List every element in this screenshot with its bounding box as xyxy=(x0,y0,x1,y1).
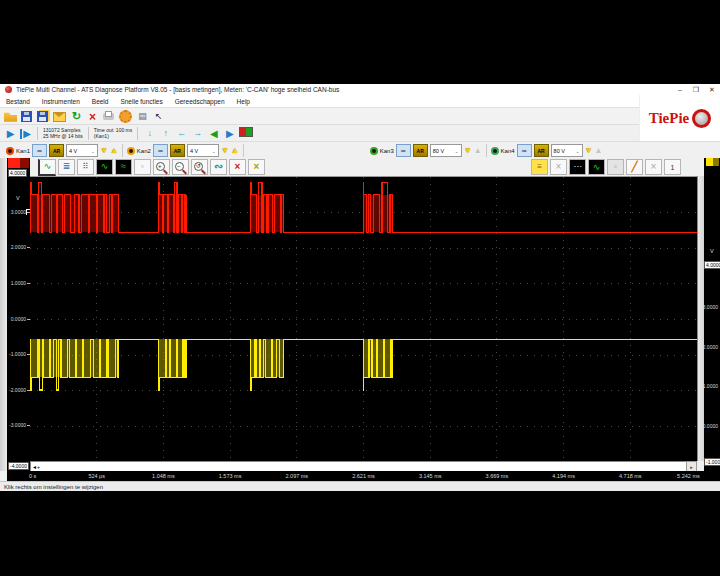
start-oneshot-icon[interactable]: ▶ xyxy=(4,127,17,140)
remove-gray-icon[interactable]: × xyxy=(645,159,662,175)
measure-add-icon[interactable]: × xyxy=(248,159,265,175)
range-value: 80 V xyxy=(433,148,444,154)
left-axis-tick: -3.0000 xyxy=(9,422,26,428)
autorange-button[interactable]: AR xyxy=(170,144,185,157)
measure-remove-icon[interactable]: × xyxy=(229,159,246,175)
start-continuous-icon[interactable]: ▶ xyxy=(19,127,32,140)
separator xyxy=(88,127,89,140)
note-icon[interactable]: ≡ xyxy=(531,159,548,175)
channel1-axis-tab[interactable] xyxy=(8,158,29,168)
refresh-icon[interactable]: ↻ xyxy=(70,110,83,123)
zoom-reset-icon[interactable]: ↺ xyxy=(191,159,208,175)
coupling-button[interactable]: ≂ xyxy=(396,144,411,157)
left-axis-tick: 1.0000 xyxy=(11,280,26,286)
waveform-plot[interactable] xyxy=(30,176,697,462)
save-as-icon[interactable] xyxy=(37,111,48,122)
channel-led-icon[interactable] xyxy=(127,147,135,155)
channel-led-icon[interactable] xyxy=(491,147,499,155)
left-axis-min[interactable]: -4.0000 xyxy=(8,462,29,470)
minimize-button[interactable]: – xyxy=(672,85,688,95)
graph-settings-icon[interactable]: ∿ xyxy=(38,159,56,176)
close-gray-icon[interactable]: × xyxy=(550,159,567,175)
zoom-out-icon[interactable]: − xyxy=(172,159,189,175)
autorange-button[interactable]: AR xyxy=(49,144,64,157)
menu-item-help[interactable]: Help xyxy=(231,98,256,105)
left-axis-max[interactable]: 4.0000 xyxy=(8,169,27,177)
chevron-down-icon: ⌄ xyxy=(212,148,216,154)
email-icon[interactable] xyxy=(53,112,66,122)
autorange-button[interactable]: AR xyxy=(413,144,428,157)
left-axis: 4.0000 V 3.00002.00001.00000.0000-1.0000… xyxy=(7,158,30,471)
panel-blank-icon[interactable]: ▫ xyxy=(134,159,151,175)
left-axis-tick: 3.0000 xyxy=(11,209,26,215)
graph-line-icon[interactable]: ≈ xyxy=(115,159,132,175)
x-axis-tick: 1.048 ms xyxy=(152,473,175,479)
menu-item-bestand[interactable]: Bestand xyxy=(0,98,36,105)
close-button[interactable]: ✕ xyxy=(704,85,720,95)
shift-down-icon[interactable]: ↓ xyxy=(143,127,156,140)
restore-button[interactable]: ❐ xyxy=(688,85,704,95)
x-axis-labels: 0 s524 µs1.048 ms1.573 ms2.097 ms2.621 m… xyxy=(7,471,720,481)
left-axis-tick: -1.0000 xyxy=(9,351,26,357)
right-axis-tick: 2.0000 xyxy=(703,344,718,350)
menu-item-snelle-functies[interactable]: Snelle functies xyxy=(114,98,168,105)
scroll-plus-icon[interactable]: + xyxy=(37,464,40,470)
channel-led-icon[interactable] xyxy=(6,147,14,155)
next-record-icon[interactable]: ▶ xyxy=(223,127,236,140)
right-axis-tick: 0.0000 xyxy=(703,423,718,429)
coupling-button[interactable]: ≂ xyxy=(517,144,532,157)
channel2-axis-tab[interactable] xyxy=(706,158,719,166)
shift-up-icon[interactable]: ↑ xyxy=(159,127,172,140)
print-icon[interactable] xyxy=(103,113,114,120)
trigger-down-icon[interactable]: ▼ xyxy=(585,147,593,155)
status-bar: Klik rechts om instellingen te wijzigen xyxy=(0,481,720,491)
scroll-left-arrow-icon[interactable]: ◂ xyxy=(33,463,36,470)
dots-panel-icon[interactable]: ⋯ xyxy=(569,159,586,175)
panel-gray-icon[interactable]: ▫ xyxy=(607,159,624,175)
menu-item-beeld[interactable]: Beeld xyxy=(86,98,115,105)
timeout-info: Time out: 100 ms (Kan1) xyxy=(94,128,132,139)
delete-icon[interactable]: × xyxy=(86,110,99,123)
right-axis-unit: V xyxy=(710,248,714,254)
window-title: TiePie Multi Channel - ATS Diagnose Plat… xyxy=(16,86,339,93)
tim-panel-icon[interactable]: ▤ xyxy=(136,110,149,123)
prev-record-icon[interactable]: ◀ xyxy=(207,127,220,140)
trigger-down-icon[interactable]: ▼ xyxy=(464,147,472,155)
trigger-down-icon[interactable]: ▼ xyxy=(100,147,108,155)
spline-icon[interactable]: ∾ xyxy=(210,159,227,175)
menu-item-instrumenten[interactable]: Instrumenten xyxy=(36,98,86,105)
trigger-up-icon[interactable]: ▲ xyxy=(231,147,239,155)
coupling-button[interactable]: ≂ xyxy=(32,144,47,157)
trigger-up-icon[interactable]: ▲ xyxy=(474,147,482,155)
graph-dark-icon[interactable]: ∿ xyxy=(96,159,113,175)
horizontal-scrollbar[interactable]: ◂ + ▸ xyxy=(30,461,697,471)
pan-right-icon[interactable]: → xyxy=(191,127,204,140)
autorange-button[interactable]: AR xyxy=(534,144,549,157)
zoom-in-icon[interactable]: + xyxy=(153,159,170,175)
range-select[interactable]: 4 V⌄ xyxy=(66,144,98,157)
pan-left-icon[interactable]: ← xyxy=(175,127,188,140)
grid-icon[interactable]: ⠿ xyxy=(77,159,94,175)
right-axis-max[interactable]: 4.0000 xyxy=(704,261,720,269)
trigger-up-icon[interactable]: ▲ xyxy=(110,147,118,155)
range-select[interactable]: 4 V⌄ xyxy=(187,144,219,157)
channel-led-icon[interactable] xyxy=(370,147,378,155)
separator xyxy=(137,127,138,140)
start-stop-icon[interactable] xyxy=(239,127,253,137)
save-icon[interactable] xyxy=(21,111,32,122)
open-folder-icon[interactable] xyxy=(4,110,17,123)
settings-gear-icon[interactable] xyxy=(119,110,132,123)
channel-name: Kan2 xyxy=(137,148,151,154)
legend-icon[interactable]: ≣ xyxy=(58,159,75,175)
trigger-down-icon[interactable]: ▼ xyxy=(221,147,229,155)
range-select[interactable]: 80 V⌄ xyxy=(551,144,583,157)
coupling-button[interactable]: ≂ xyxy=(153,144,168,157)
trigger-up-icon[interactable]: ▲ xyxy=(595,147,603,155)
panel-count-label[interactable]: 1 xyxy=(664,159,681,175)
range-select[interactable]: 80 V⌄ xyxy=(430,144,462,157)
menu-item-gereedschappen[interactable]: Gereedschappen xyxy=(169,98,231,105)
right-axis-min[interactable]: -1.0000 xyxy=(704,458,720,466)
pencil-icon[interactable]: ╱ xyxy=(626,159,643,175)
scope-thumb-icon[interactable]: ∿ xyxy=(588,159,605,175)
probe-cursor-icon[interactable]: ↖ xyxy=(152,110,165,123)
